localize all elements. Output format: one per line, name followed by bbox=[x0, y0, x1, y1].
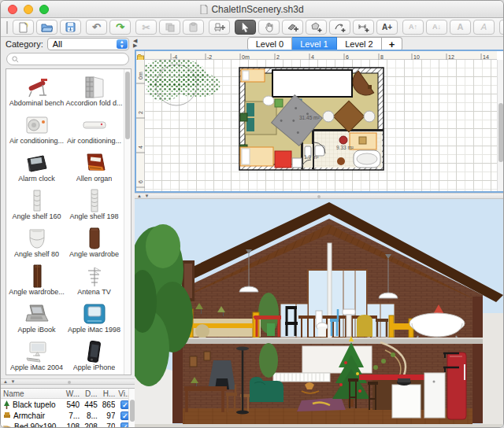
save-plan-button[interactable] bbox=[60, 20, 81, 35]
catalog-item-apple-ibook[interactable]: Apple iBook bbox=[8, 297, 65, 335]
catalog-item-air-conditioning-outdoor[interactable]: Air conditioning... bbox=[8, 109, 65, 146]
svg-text:4: 4 bbox=[138, 146, 143, 149]
catalog-item-accordion-fold-door[interactable]: Accordion fold d... bbox=[65, 71, 123, 109]
svg-text:0m: 0m bbox=[138, 72, 143, 79]
angle-shelf-198-icon bbox=[81, 186, 108, 212]
abdominal-bench-icon bbox=[24, 72, 50, 99]
alarm-clock-icon bbox=[24, 148, 50, 175]
view-3d[interactable] bbox=[135, 199, 503, 427]
category-value: All bbox=[53, 39, 62, 49]
svg-text:2: 2 bbox=[276, 54, 280, 60]
svg-text:6: 6 bbox=[346, 54, 349, 60]
create-polylines-tool-button[interactable] bbox=[329, 20, 350, 35]
col-width[interactable]: W... bbox=[61, 389, 80, 398]
catalog-item-apple-iphone[interactable]: Apple iPhone bbox=[65, 335, 123, 373]
plan-corner bbox=[136, 51, 145, 60]
catalog-item-alarm-clock[interactable]: Alarm clock bbox=[8, 146, 65, 184]
italic-button[interactable]: A bbox=[473, 20, 495, 35]
bold-button[interactable]: A bbox=[450, 20, 471, 35]
angle-wardrobe-icon bbox=[81, 223, 108, 250]
col-height[interactable]: H... bbox=[98, 389, 116, 398]
home-furniture-table[interactable]: Name W... D... H... Vi... Black tupelo 5… bbox=[1, 388, 135, 427]
catalog-scrollbar-thumb[interactable] bbox=[125, 72, 130, 139]
create-rooms-tool-button[interactable] bbox=[306, 20, 327, 35]
table-row[interactable]: Armchair 7... 8... 97 ✓ bbox=[1, 410, 135, 421]
add-furniture-button[interactable] bbox=[209, 20, 230, 35]
plan-scrollbar-thumb[interactable] bbox=[498, 103, 503, 162]
angle-shelf-80-icon bbox=[24, 223, 50, 250]
plan-view[interactable]: -4-2 0m2 46 810 1214 0m 2 4 6 bbox=[135, 50, 504, 193]
catalog-table-splitter[interactable]: ▲ ▼ bbox=[1, 378, 135, 385]
open-plan-button[interactable] bbox=[36, 20, 57, 35]
3d-scene bbox=[135, 199, 504, 428]
accordion-fold-door-icon bbox=[81, 72, 108, 99]
window-title: ChaletInScenery.sh3d bbox=[211, 4, 303, 15]
app-window: ChaletInScenery.sh3d ↶ ↷ ✂ A+ A↑ A↓ A A bbox=[0, 0, 504, 428]
armchair-icon bbox=[3, 411, 11, 419]
toolbar-grip[interactable] bbox=[6, 21, 8, 34]
catalog-item-angle-wardrobe-2[interactable]: Angle wardrobe... bbox=[8, 260, 65, 297]
title-bar[interactable]: ChaletInScenery.sh3d bbox=[1, 1, 503, 18]
svg-text:6: 6 bbox=[138, 180, 143, 183]
decrease-text-size-button[interactable]: A↓ bbox=[426, 20, 447, 35]
table-scrollbar[interactable] bbox=[128, 389, 135, 427]
category-select[interactable]: All ▲▼ bbox=[47, 38, 129, 50]
col-name[interactable]: Name bbox=[3, 389, 61, 398]
bathroom-area-label: 9.33 m² bbox=[336, 145, 354, 150]
angle-shelf-160-icon bbox=[24, 186, 50, 212]
create-walls-tool-button[interactable] bbox=[282, 20, 303, 35]
window-title-area: ChaletInScenery.sh3d bbox=[1, 1, 503, 18]
apple-iphone-icon bbox=[81, 337, 108, 363]
angle-wardrobe-2-icon bbox=[24, 261, 50, 288]
catalog-item-apple-imac-2004[interactable]: Apple iMac 2004 bbox=[8, 335, 65, 373]
plan-vertical-ruler: 0m 2 4 6 bbox=[136, 60, 145, 191]
catalog-item-apple-imac-1998[interactable]: Apple iMac 1998 bbox=[65, 297, 123, 335]
catalog-list[interactable]: Abdominal bench Accordion fold d... Air … bbox=[6, 68, 132, 375]
table-row[interactable]: Bed 90x190 108 208 70 ✓ bbox=[1, 421, 135, 428]
cut-button[interactable]: ✂ bbox=[135, 20, 157, 35]
splitter-knob-icon[interactable] bbox=[68, 381, 71, 384]
plan-room[interactable]: 31.45 m² 9.33 m² 1.9 m² bbox=[239, 68, 384, 170]
table-header[interactable]: Name W... D... H... Vi... bbox=[1, 389, 135, 399]
increase-text-size-button[interactable]: A↑ bbox=[402, 20, 424, 35]
catalog-item-antena-tv[interactable]: Antena TV bbox=[65, 260, 123, 297]
new-plan-button[interactable] bbox=[13, 20, 34, 35]
splitter-arrows-icon[interactable]: ▲ ▼ bbox=[137, 194, 150, 198]
catalog-item-air-conditioning-indoor[interactable]: Air conditioning... bbox=[65, 109, 123, 146]
undo-button[interactable]: ↶ bbox=[86, 20, 107, 35]
svg-text:2: 2 bbox=[138, 111, 143, 114]
splitter-knob-icon[interactable] bbox=[317, 195, 321, 198]
catalog-item-angle-shelf-80[interactable]: Angle shelf 80 bbox=[8, 222, 65, 260]
add-text-tool-button[interactable]: A+ bbox=[376, 20, 398, 35]
splitter-collapse-icons[interactable]: ◀▶ bbox=[133, 39, 137, 48]
plan-3d-splitter[interactable]: ▲ ▼ bbox=[135, 193, 503, 199]
plan-canvas[interactable]: 31.45 m² 9.33 m² 1.9 m² bbox=[145, 60, 497, 191]
catalog-search-field[interactable] bbox=[6, 53, 129, 65]
zoom-in-button[interactable] bbox=[499, 20, 504, 35]
plan-bed[interactable] bbox=[245, 96, 276, 135]
plan-scrollbar[interactable] bbox=[497, 60, 503, 191]
svg-text:0m: 0m bbox=[242, 54, 250, 60]
antena-tv-icon bbox=[81, 261, 108, 288]
catalog-item-angle-wardrobe[interactable]: Angle wardrobe bbox=[65, 222, 123, 260]
svg-text:-2: -2 bbox=[207, 54, 212, 60]
copy-button[interactable] bbox=[159, 20, 180, 35]
paste-button[interactable] bbox=[183, 20, 204, 35]
col-depth[interactable]: D... bbox=[80, 389, 98, 398]
pan-tool-button[interactable] bbox=[258, 20, 280, 35]
plan-tree bbox=[145, 60, 220, 105]
catalog-item-abdominal-bench[interactable]: Abdominal bench bbox=[8, 71, 65, 109]
catalog-item-allen-organ[interactable]: Allen organ bbox=[65, 146, 123, 184]
table-row[interactable]: Black tupelo 540 445 865 ✓ bbox=[1, 399, 135, 410]
select-tool-button[interactable] bbox=[235, 20, 256, 35]
plan-horizontal-ruler: -4-2 0m2 46 810 1214 bbox=[145, 51, 497, 60]
allen-organ-icon bbox=[81, 148, 108, 175]
catalog-item-angle-shelf-198[interactable]: Angle shelf 198 bbox=[65, 184, 123, 222]
redo-button[interactable]: ↷ bbox=[109, 20, 131, 35]
ground-right bbox=[481, 313, 504, 428]
splitter-arrows-icon[interactable]: ▲ ▼ bbox=[3, 379, 17, 384]
create-dimensions-tool-button[interactable] bbox=[353, 20, 374, 35]
catalog-scrollbar[interactable] bbox=[124, 69, 131, 374]
catalog-item-angle-shelf-160[interactable]: Angle shelf 160 bbox=[8, 184, 65, 222]
svg-text:-4: -4 bbox=[172, 54, 177, 60]
